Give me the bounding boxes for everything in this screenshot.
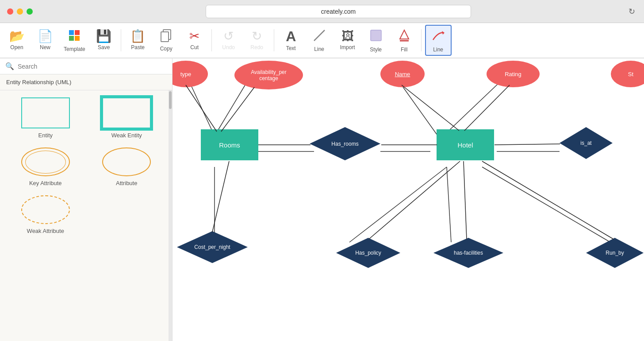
weak-attribute-label: Weak Attribute <box>27 228 64 234</box>
shape-item-attribute[interactable]: Attribute <box>88 147 165 186</box>
save-icon: 💾 <box>96 30 111 43</box>
redo-icon: ↻ <box>252 30 262 43</box>
attribute-status-partial[interactable]: St <box>611 61 644 87</box>
svg-rect-5 <box>161 32 169 42</box>
relationship-run-by[interactable]: Run_by <box>586 238 644 268</box>
relationship-has-facilities[interactable]: has-facilities <box>433 238 503 268</box>
canvas[interactable]: type Availability_percentage Name Rating… <box>172 58 644 341</box>
attribute-availability-label: Availability_percentage <box>251 69 287 81</box>
cut-button[interactable]: ✂ Cut <box>181 25 208 56</box>
relationship-has-rooms[interactable]: Has_rooms <box>310 127 380 160</box>
reload-button[interactable]: ↻ <box>629 7 635 16</box>
weak-entity-preview <box>102 97 151 128</box>
entity-preview <box>21 97 70 128</box>
cut-label: Cut <box>190 44 199 50</box>
minimize-button[interactable] <box>17 8 23 15</box>
attribute-preview <box>102 147 151 176</box>
template-button[interactable]: Template <box>60 25 89 56</box>
line-icon <box>312 28 326 44</box>
address-bar[interactable]: creately.com <box>206 5 471 18</box>
open-label: Open <box>10 44 23 50</box>
undo-icon: ↺ <box>223 30 234 43</box>
search-icon: 🔍 <box>5 62 14 70</box>
scroll-track[interactable] <box>169 90 172 341</box>
svg-line-26 <box>494 144 560 145</box>
relationship-is-at[interactable]: is_at <box>560 127 613 159</box>
entity-rooms-label: Rooms <box>219 141 240 149</box>
sidebar: 🔍 Entity Relationship (UML) Entity <box>0 58 172 341</box>
attribute-type-label: type <box>180 71 192 78</box>
weak-attribute-preview <box>21 195 70 224</box>
relationship-has-rooms-label: Has_rooms <box>331 141 358 147</box>
attribute-name[interactable]: Name <box>380 61 425 87</box>
new-icon: 📄 <box>38 30 53 43</box>
weak-entity-label: Weak Entity <box>111 132 142 139</box>
svg-line-19 <box>482 167 610 242</box>
undo-button[interactable]: ↺ Undo <box>215 25 242 56</box>
text-button[interactable]: A Text <box>278 25 304 56</box>
svg-rect-7 <box>371 30 381 41</box>
close-button[interactable] <box>7 8 13 15</box>
svg-line-29 <box>464 161 467 239</box>
relationship-has-policy-label: Has_policy <box>355 250 381 256</box>
redo-button[interactable]: ↻ Redo <box>244 25 270 56</box>
line2-button[interactable]: Line <box>425 25 452 56</box>
save-label: Save <box>98 44 110 50</box>
key-attribute-label: Key Attribute <box>29 180 62 186</box>
svg-line-23 <box>464 85 510 131</box>
attribute-shape <box>102 147 151 176</box>
copy-icon <box>160 29 173 44</box>
open-icon: 📂 <box>9 30 25 43</box>
open-button[interactable]: 📂 Open <box>4 25 30 56</box>
shape-item-key-attribute[interactable]: Key Attribute <box>7 147 84 186</box>
paste-button[interactable]: 📋 Paste <box>125 25 151 56</box>
connections-overlay <box>172 58 644 341</box>
shape-item-entity[interactable]: Entity <box>7 97 84 139</box>
svg-line-28 <box>369 161 460 239</box>
entity-hotel-label: Hotel <box>457 141 473 149</box>
relationship-has-policy[interactable]: Has_policy <box>336 238 400 268</box>
connections-svg <box>172 58 644 341</box>
attribute-status-partial-label: St <box>628 71 633 78</box>
separator-3 <box>274 29 274 51</box>
new-button[interactable]: 📄 New <box>32 25 58 56</box>
copy-button[interactable]: Copy <box>153 25 180 56</box>
attribute-type[interactable]: type <box>172 61 208 87</box>
weak-entity-shape <box>102 97 151 128</box>
entity-rooms[interactable]: Rooms <box>201 129 258 160</box>
template-label: Template <box>64 46 85 52</box>
relationship-cost-per-night-label: Cost_per_night <box>194 244 230 250</box>
save-button[interactable]: 💾 Save <box>91 25 117 56</box>
entity-label: Entity <box>38 132 53 139</box>
import-button[interactable]: 🖼 Import <box>334 25 361 56</box>
line2-icon <box>431 28 445 45</box>
titlebar: creately.com ↻ <box>0 0 644 23</box>
fill-label: Fill <box>401 46 407 53</box>
url-text: creately.com <box>321 8 356 15</box>
style-button[interactable]: Style <box>363 25 389 56</box>
weak-attribute-shape <box>21 195 70 224</box>
attribute-availability[interactable]: Availability_percentage <box>234 61 303 89</box>
shape-item-weak-attribute[interactable]: Weak Attribute <box>7 195 84 234</box>
shape-item-weak-entity[interactable]: Weak Entity <box>88 97 165 139</box>
paste-label: Paste <box>131 44 145 50</box>
sidebar-scroll[interactable]: Entity Weak Entity Key Attribute <box>0 90 172 341</box>
separator-1 <box>121 29 121 51</box>
redo-label: Redo <box>250 44 263 50</box>
line-button[interactable]: Line <box>306 25 333 56</box>
maximize-button[interactable] <box>27 8 33 15</box>
relationship-is-at-label: is_at <box>580 140 591 146</box>
search-bar: 🔍 <box>0 58 172 74</box>
text-icon: A <box>286 29 296 43</box>
svg-line-27 <box>212 161 229 232</box>
fill-button[interactable]: Fill <box>391 25 418 56</box>
import-label: Import <box>340 44 355 50</box>
svg-line-30 <box>482 161 613 239</box>
attribute-rating[interactable]: Rating <box>487 61 540 87</box>
attribute-label: Attribute <box>116 180 137 186</box>
style-icon <box>369 28 383 45</box>
cut-icon: ✂ <box>189 30 199 43</box>
search-input[interactable] <box>18 63 167 70</box>
relationship-cost-per-night[interactable]: Cost_per_night <box>177 231 248 263</box>
entity-hotel[interactable]: Hotel <box>437 129 494 160</box>
